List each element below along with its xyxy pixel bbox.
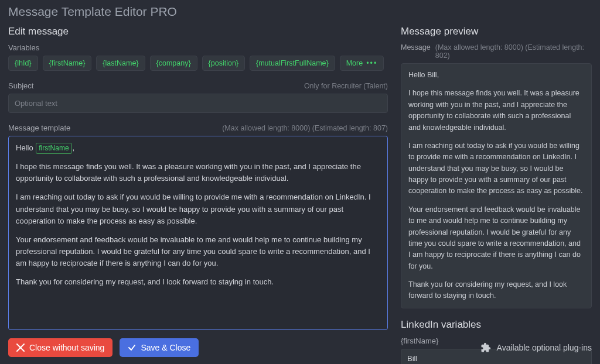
variables-more-button[interactable]: More •••	[340, 56, 384, 71]
variable-chip[interactable]: {company}	[150, 56, 197, 71]
save-and-close-button[interactable]: Save & Close	[120, 338, 199, 357]
save-button-label: Save & Close	[141, 343, 190, 352]
close-button-label: Close without saving	[29, 343, 104, 352]
variable-chip[interactable]: {lastName}	[96, 56, 145, 71]
page-title: Message Template Editor PRO	[8, 5, 592, 19]
linkedin-variables-header: LinkedIn variables	[401, 319, 592, 331]
template-counter: (Max allowed length: 8000) (Estimated le…	[222, 124, 388, 132]
preview-greeting: Hello Bill,	[408, 70, 584, 81]
close-icon	[16, 344, 25, 352]
template-variable-firstname[interactable]: firstName	[36, 143, 71, 154]
footer: Close without saving Save & Close Availa…	[8, 330, 592, 364]
variable-chip[interactable]: {position}	[202, 56, 245, 71]
check-icon	[128, 344, 136, 352]
message-preview: Hello Bill, I hope this message finds yo…	[401, 63, 592, 308]
preview-message-label: Message	[401, 43, 431, 51]
variable-chip[interactable]: {firstName}	[43, 56, 92, 71]
preview-panel: Message preview Message (Max allowed len…	[401, 26, 592, 330]
preview-counter: (Max allowed length: 8000) (Estimated le…	[435, 43, 592, 60]
subject-hint: Only for Recruiter (Talent)	[304, 82, 388, 90]
preview-paragraph: I am reaching out today to ask if you wo…	[408, 140, 584, 197]
template-paragraph: Your endorsement and feedback would be i…	[16, 234, 380, 269]
preview-paragraph: Thank you for considering my request, an…	[408, 279, 584, 302]
close-without-saving-button[interactable]: Close without saving	[8, 338, 112, 357]
subject-input[interactable]	[8, 94, 388, 113]
variable-chip[interactable]: {lhId}	[8, 56, 38, 71]
plugins-button[interactable]: Available optional plug-ins	[480, 342, 592, 353]
template-label: Message template	[8, 123, 70, 132]
variable-chip[interactable]: {mutualFirstFullName}	[250, 56, 335, 71]
template-greeting-suffix: ,	[73, 143, 75, 152]
puzzle-icon	[480, 342, 491, 353]
template-paragraph: I hope this message finds you well. It w…	[16, 161, 380, 184]
more-label: More	[346, 59, 363, 67]
preview-header: Message preview	[401, 26, 592, 37]
preview-paragraph: I hope this message finds you well. It w…	[408, 88, 584, 133]
more-dots-icon: •••	[366, 59, 377, 67]
template-paragraph: I am reaching out today to ask if you wo…	[16, 191, 380, 226]
preview-paragraph: Your endorsement and feedback would be i…	[408, 204, 584, 272]
template-paragraph: Thank you for considering my request, an…	[16, 276, 380, 288]
plugins-label: Available optional plug-ins	[497, 343, 592, 352]
edit-panel: Edit message Variables {lhId} {firstName…	[8, 26, 388, 330]
template-greeting-prefix: Hello	[16, 143, 33, 152]
variable-chips-row: {lhId} {firstName} {lastName} {company} …	[8, 56, 388, 71]
subject-label: Subject	[8, 81, 33, 90]
variables-label: Variables	[8, 43, 388, 52]
edit-header: Edit message	[8, 26, 388, 37]
message-template-editor[interactable]: Hello firstName, I hope this message fin…	[8, 136, 388, 330]
